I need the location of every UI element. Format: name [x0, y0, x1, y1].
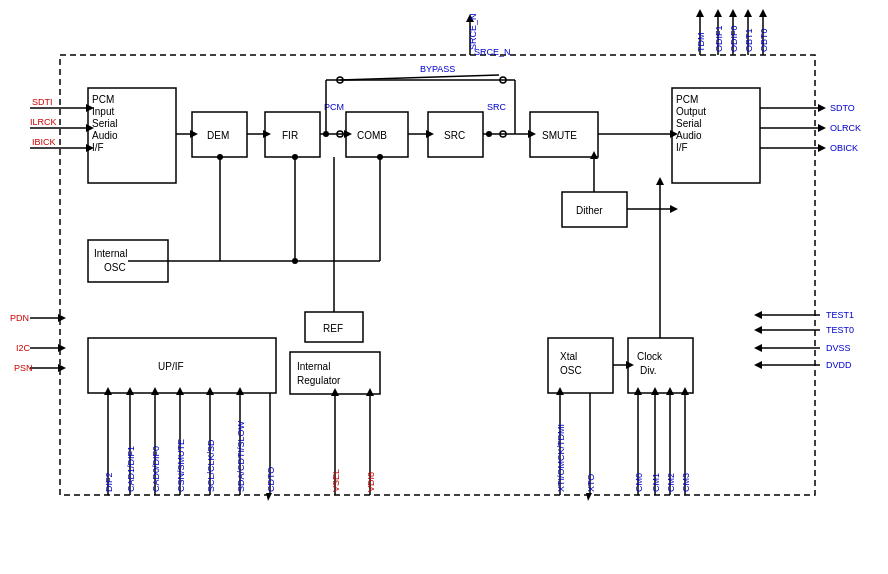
- pdn-arrow: [58, 314, 66, 322]
- pcm-input-label: PCM: [92, 94, 114, 105]
- psn-arrow: [58, 364, 66, 372]
- psn-label: PSN: [14, 363, 33, 373]
- dif2-label: DIF2: [104, 472, 114, 492]
- bypass-label: BYPASS: [420, 64, 455, 74]
- internal-reg-label2: Regulator: [297, 375, 341, 386]
- clkdiv-pcmout-arrow: [656, 177, 664, 185]
- dither-label: Dither: [576, 205, 603, 216]
- obt1-arrow: [744, 9, 752, 17]
- clock-div-label2: Div.: [640, 365, 656, 376]
- xti-label: XTI/OMCK/TDMI: [556, 424, 566, 492]
- odif1-arrow: [714, 9, 722, 17]
- sdacdti-label: SDA/CDTI/SLOW: [236, 420, 246, 492]
- cdto-arrow: [266, 493, 272, 501]
- sdto-arrow: [818, 104, 826, 112]
- tdm-arrow: [696, 9, 704, 17]
- vdi8-label: VDI8: [366, 472, 376, 492]
- xto-arrow: [586, 493, 592, 501]
- dither-pcmout-arrow: [670, 205, 678, 213]
- smute-label: SMUTE: [542, 130, 577, 141]
- test1-label: TEST1: [826, 310, 854, 320]
- vsel-label: VSEL: [331, 469, 341, 492]
- internal-reg-block: [290, 352, 380, 394]
- srcen-label: SRCE_N: [474, 47, 511, 57]
- upif-label: UP/IF: [158, 361, 184, 372]
- dem-label: DEM: [207, 130, 229, 141]
- pdn-label: PDN: [10, 313, 29, 323]
- obt0-arrow: [759, 9, 767, 17]
- clock-div-label: Clock: [637, 351, 663, 362]
- src-label: SRC: [444, 130, 465, 141]
- internal-reg-label: Internal: [297, 361, 330, 372]
- cdto-label: CDTO: [266, 467, 276, 492]
- cad0dif0-label: CAD0/DIF0: [151, 446, 161, 492]
- xtal-osc-label: Xtal: [560, 351, 577, 362]
- pcm-label: PCM: [324, 102, 344, 112]
- ilrck-label: ILRCK: [30, 117, 57, 127]
- srcen-label2: SRCE_N: [468, 13, 478, 50]
- olrck-label: OLRCK: [830, 123, 861, 133]
- sdto-label: SDTO: [830, 103, 855, 113]
- cad1dif1-label: CAD1/DIF1: [126, 446, 136, 492]
- osc-dot4: [377, 154, 383, 160]
- obt0-label: OBT0: [759, 28, 769, 52]
- diagram-container: PCM Input Serial Audio I/F DEM FIR COMB …: [0, 0, 888, 574]
- ibick-label: IBICK: [32, 137, 56, 147]
- comb-label: COMB: [357, 130, 387, 141]
- osc-dot3: [292, 258, 298, 264]
- test1-arrow: [754, 311, 762, 319]
- dvss-label: DVSS: [826, 343, 851, 353]
- i2c-arrow: [58, 344, 66, 352]
- pcm-input-label2: Input: [92, 106, 114, 117]
- pcm-output-label4: Audio: [676, 130, 702, 141]
- cm2-label: CM2: [666, 473, 676, 492]
- csnsmute-label: CSN/SMUTE: [176, 439, 186, 492]
- pcm-output-label5: I/F: [676, 142, 688, 153]
- src-label: SRC: [487, 102, 507, 112]
- tdm-label: TDM: [696, 33, 706, 53]
- pcm-output-label2: Output: [676, 106, 706, 117]
- fir-label: FIR: [282, 130, 298, 141]
- sclclksd-label: SCL/CLK/SD: [206, 439, 216, 492]
- dvdd-label: DVDD: [826, 360, 852, 370]
- odif0-label: ODIF0: [729, 25, 739, 52]
- internal-osc-label: Internal: [94, 248, 127, 259]
- src-smute-dot1: [486, 131, 492, 137]
- xtal-osc-label2: OSC: [560, 365, 582, 376]
- obick-label: OBICK: [830, 143, 858, 153]
- odif0-arrow: [729, 9, 737, 17]
- obt1-label: OBT1: [744, 28, 754, 52]
- pcm-output-label3: Serial: [676, 118, 702, 129]
- pcm-output-label: PCM: [676, 94, 698, 105]
- pcm-input-label4: Audio: [92, 130, 118, 141]
- cm0-label: CM0: [634, 473, 644, 492]
- pcm-input-label3: Serial: [92, 118, 118, 129]
- i2c-label: I2C: [16, 343, 31, 353]
- clock-div-block: [628, 338, 693, 393]
- olrck-arrow: [818, 124, 826, 132]
- obick-arrow: [818, 144, 826, 152]
- dvdd-arrow: [754, 361, 762, 369]
- odif1-label: ODIF1: [714, 25, 724, 52]
- cm3-label: CM3: [681, 473, 691, 492]
- pcm-input-label5: I/F: [92, 142, 104, 153]
- internal-osc-label2: OSC: [104, 262, 126, 273]
- sdti-label: SDTI: [32, 97, 53, 107]
- dvss-arrow: [754, 344, 762, 352]
- test0-label: TEST0: [826, 325, 854, 335]
- test0-arrow: [754, 326, 762, 334]
- osc-dot2: [292, 154, 298, 160]
- cm1-label: CM1: [651, 473, 661, 492]
- xto-label: XTO: [586, 474, 596, 492]
- osc-dot1: [217, 154, 223, 160]
- ref-label: REF: [323, 323, 343, 334]
